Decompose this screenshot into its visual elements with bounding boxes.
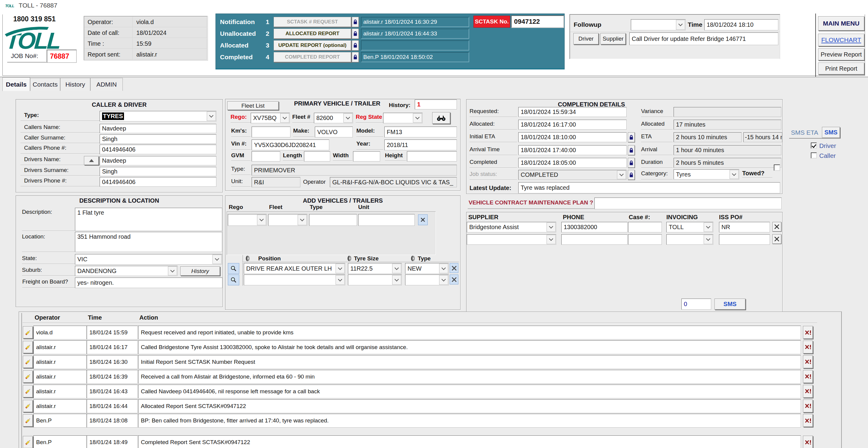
tab-history[interactable]: History [60,78,90,91]
flowchart-button[interactable]: FLOWCHART [818,34,864,46]
log-delete-button[interactable] [803,400,813,413]
tyre-size-dropdown[interactable] [348,275,402,285]
log-delete-button[interactable] [803,370,813,383]
log-operator-cell[interactable]: alistair.r [33,355,87,369]
lock-button[interactable] [352,52,359,62]
report-timestamp-field[interactable]: alistair.r 18/01/2024 16:44:33 [361,29,469,39]
tyre-size-dropdown[interactable]: 11R22.5 [348,263,402,274]
gvm-field[interactable] [252,151,280,162]
log-time-cell[interactable]: 18/01/24 16:43 [87,385,138,399]
fleet-list-button[interactable]: Fleet List [227,101,279,110]
log-edit-button[interactable] [23,356,33,368]
supplier-dropdown[interactable] [467,234,556,245]
year-field[interactable]: 2018/11 [384,139,457,150]
tab-contacts[interactable]: Contacts [30,78,60,91]
chevron-down-icon[interactable] [168,266,177,275]
chevron-down-icon[interactable] [298,215,307,225]
drivers-name-field[interactable]: Navdeep [100,156,216,165]
log-time-cell[interactable]: 18/01/24 16:30 [87,355,138,369]
supplier-invoicing-dropdown[interactable] [666,234,713,245]
tyre-position-dropdown[interactable]: DRIVE REAR AXLE OUTER LH [244,263,345,274]
height-field[interactable] [407,151,457,162]
log-operator-cell[interactable]: Ben.P [33,414,87,427]
location-field[interactable]: 351 Hammond road [75,232,222,252]
completion-row-field[interactable]: COMPLETED [518,170,627,180]
make-field[interactable]: VOLVO [315,127,353,137]
log-edit-button[interactable] [23,326,33,339]
log-action-cell[interactable]: Initial Report Sent SCTASK Number Reques… [138,355,801,369]
chevron-down-icon[interactable] [704,222,713,232]
chevron-down-icon[interactable] [392,275,401,285]
log-edit-button[interactable] [23,341,33,353]
supplier-case-field[interactable] [628,222,662,233]
lock-button[interactable] [352,40,359,50]
latest-update-field[interactable]: Tyre was replaced [518,182,780,193]
chevron-down-icon[interactable] [336,275,345,285]
job-no-field[interactable]: 76887 [46,49,77,63]
tyre-clear-button[interactable] [450,263,458,273]
tyre-clear-button[interactable] [450,275,458,284]
fleet-no-dropdown[interactable]: 82600 [314,113,353,123]
vehicle-search-button[interactable] [432,112,450,124]
supplier-sms-count-field[interactable]: 0 [681,299,711,310]
caller-surname-field[interactable]: Singh [100,134,216,144]
tab-admin[interactable]: ADMIN [90,78,123,91]
log-time-cell[interactable]: 18/01/24 16:17 [87,340,138,354]
log-action-cell[interactable]: Called Bridgestone Tyre Assist 130038200… [138,340,801,354]
log-time-cell[interactable]: 18/01/24 18:49 [87,435,138,448]
completion-row-field[interactable]: 18/01/2024 17:40:00 [518,145,627,155]
preview-report-button[interactable]: Preview Report [818,48,864,61]
drivers-surname-field[interactable]: Singh [100,167,216,176]
log-delete-button[interactable] [803,355,813,368]
chevron-down-icon[interactable] [392,264,401,273]
chevron-down-icon[interactable] [439,264,448,273]
chevron-down-icon[interactable] [439,275,448,285]
report-timestamp-field[interactable]: alistair.r 18/01/2024 16:30:29 [361,17,469,27]
tyre-type-dropdown[interactable] [405,275,449,285]
state-dropdown[interactable]: VIC [75,254,222,265]
model-field[interactable]: FM13 [384,127,457,137]
log-action-cell[interactable]: Received a call from Alistair at Bridges… [138,370,801,384]
rego-dropdown[interactable]: XV75BQ [251,113,290,123]
lock-button[interactable] [628,132,635,142]
log-edit-button[interactable] [23,385,33,398]
supplier-iss-field[interactable]: NR [719,222,770,233]
followup-note-field[interactable]: Call Driver for update Refer Bridge 1467… [629,32,778,45]
chevron-down-icon[interactable] [617,170,626,179]
length-field[interactable] [304,151,330,162]
suburb-dropdown[interactable]: DANDENONG [75,266,178,276]
chevron-down-icon[interactable] [730,170,739,179]
callers-name-field[interactable]: Navdeep [100,124,216,133]
add-type-field[interactable] [309,214,357,226]
add-fleet-dropdown[interactable] [268,214,307,226]
log-operator-cell[interactable]: viola.d [33,325,87,340]
chevron-down-icon[interactable] [257,215,266,225]
completion-row-field[interactable]: 18/01/2024 15:59:34 [518,107,627,117]
chevron-down-icon[interactable] [676,20,685,30]
completion-row-field[interactable]: 18/01/2024 18:10:00 [518,132,627,142]
tyre-position-dropdown[interactable] [244,275,345,285]
sms-caller-checkbox[interactable] [811,152,817,159]
suburb-history-button[interactable]: History [180,266,220,276]
log-edit-button[interactable] [23,436,33,448]
log-operator-cell[interactable]: Ben.P [33,435,87,448]
supplier-clear-button[interactable] [772,222,781,232]
main-menu-button[interactable]: MAIN MENU [818,16,864,31]
completion-row-field[interactable]: 18/01/2024 18:05:00 [518,158,627,168]
chevron-down-icon[interactable] [547,235,556,244]
add-vehicle-clear-button[interactable] [418,214,428,225]
log-time-cell[interactable]: 18/01/24 18:08 [87,414,138,427]
sctask-no-field[interactable]: 0947122 [511,15,564,28]
log-edit-button[interactable] [23,414,33,427]
category-dropdown[interactable]: Tyres [674,169,739,179]
supplier-phone-field[interactable]: 1300382000 [561,222,627,233]
log-operator-cell[interactable]: alistair.r [33,340,87,354]
report-timestamp-field[interactable]: Ben.P 18/01/2024 18:50:02 [361,52,469,62]
log-action-cell[interactable]: Request received and report initiated, u… [138,325,801,340]
tyre-search-button[interactable] [228,263,239,274]
description-field[interactable]: 1 Flat tyre [75,208,222,231]
log-operator-cell[interactable]: alistair.r [33,370,87,384]
log-action-cell[interactable]: Called Navdeep 0414946406, nil response … [138,385,801,399]
supplier-iss-field[interactable] [719,234,770,245]
lock-button[interactable] [628,145,635,155]
